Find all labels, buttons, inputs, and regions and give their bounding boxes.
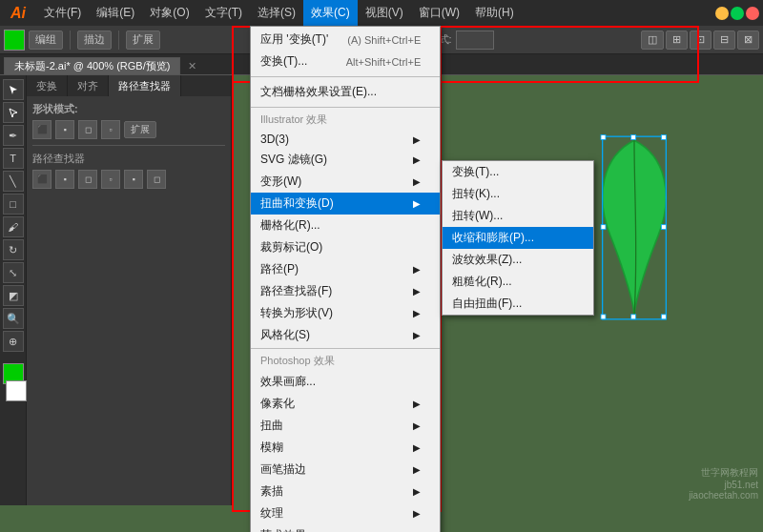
- svg-rect-2: [631, 135, 636, 140]
- submenu-twirl[interactable]: 扭转(K)...: [443, 183, 593, 205]
- style-input[interactable]: [456, 31, 494, 50]
- menu-crop-marks[interactable]: 裁剪标记(O): [251, 236, 440, 258]
- menu-artistic[interactable]: 艺术效果 ▶: [251, 524, 440, 532]
- stroke-button[interactable]: 描边: [77, 31, 112, 50]
- menu-divider-3: [251, 348, 440, 349]
- menu-rasterize[interactable]: 栅格化(R)...: [251, 215, 440, 236]
- menu-divider-1: [251, 76, 440, 77]
- type-tool[interactable]: T: [3, 148, 24, 169]
- color-box[interactable]: [4, 30, 25, 51]
- unite-btn[interactable]: ⬛: [32, 120, 52, 139]
- toolbar-separator-2: [118, 31, 119, 50]
- panel-divider: [32, 145, 225, 146]
- tab-close-icon[interactable]: ✕: [182, 58, 202, 74]
- pf-6[interactable]: ◻: [147, 170, 166, 189]
- toolbar-extra-5[interactable]: ⊠: [737, 31, 759, 50]
- stroke-color[interactable]: [6, 380, 27, 401]
- menu-warp[interactable]: 变形(W) ▶: [251, 171, 440, 193]
- menu-file[interactable]: 文件(F): [36, 0, 89, 26]
- direct-selection-tool[interactable]: [3, 102, 24, 123]
- eyedropper-tool[interactable]: 🔍: [3, 308, 24, 329]
- document-tab[interactable]: 未标题-2.ai* @ 400% (RGB/预览): [4, 57, 180, 74]
- submenu-roughen-r[interactable]: 粗糙化(R)...: [443, 271, 593, 293]
- menu-texture[interactable]: 纹理 ▶: [251, 502, 440, 524]
- submenu-pucker-bloat[interactable]: 收缩和膨胀(P)...: [443, 227, 593, 249]
- menu-help[interactable]: 帮助(H): [467, 0, 522, 26]
- submenu-roughen[interactable]: 波纹效果(Z)...: [443, 249, 593, 271]
- svg-rect-6: [601, 315, 606, 319]
- menu-path[interactable]: 路径(P) ▶: [251, 258, 440, 280]
- window-controls: [715, 7, 759, 20]
- menu-brush-stroke[interactable]: 画笔描边 ▶: [251, 459, 440, 481]
- svg-rect-1: [601, 135, 606, 140]
- menu-sketch[interactable]: 素描 ▶: [251, 481, 440, 502]
- submenu-free-distort[interactable]: 自由扭曲(F)...: [443, 293, 593, 315]
- menu-object[interactable]: 对象(O): [142, 0, 196, 26]
- menu-3d[interactable]: 3D(3) ▶: [251, 130, 440, 149]
- toolbar-extra-4[interactable]: ⊟: [713, 31, 735, 50]
- menu-view[interactable]: 视图(V): [358, 0, 411, 26]
- pf-4[interactable]: ▫: [101, 170, 120, 189]
- maximize-button[interactable]: [731, 7, 744, 20]
- svg-rect-5: [661, 225, 666, 230]
- group-button[interactable]: 编组: [29, 31, 63, 50]
- svg-rect-7: [631, 315, 636, 319]
- menu-text[interactable]: 文字(T): [197, 0, 250, 26]
- svg-rect-4: [601, 225, 606, 230]
- distort-submenu: 变换(T)... 扭转(K)... 扭转(W)... 收缩和膨胀(P)... 波…: [442, 160, 594, 316]
- panel-tab-transform[interactable]: 变换: [27, 75, 68, 96]
- pf-5[interactable]: ▪: [124, 170, 143, 189]
- menu-effect-gallery[interactable]: 效果画廊...: [251, 371, 440, 393]
- zoom-tool[interactable]: ⊕: [3, 331, 24, 352]
- intersect-btn[interactable]: ▪: [55, 120, 74, 139]
- brush-tool[interactable]: 🖌: [3, 216, 24, 237]
- pf-2[interactable]: ▪: [55, 170, 74, 189]
- menu-select[interactable]: 选择(S): [250, 0, 303, 26]
- menu-divider-2: [251, 107, 440, 108]
- rotate-tool[interactable]: ↻: [3, 239, 24, 260]
- pen-tool[interactable]: ✒: [3, 125, 24, 146]
- menu-stylize[interactable]: 风格化(S) ▶: [251, 324, 440, 346]
- svg-rect-8: [661, 315, 666, 319]
- menu-distort-transform[interactable]: 扭曲和变换(D) ▶: [251, 193, 440, 215]
- minus-btn[interactable]: ▫: [101, 120, 120, 139]
- close-button[interactable]: [746, 7, 759, 20]
- scale-tool[interactable]: ⤡: [3, 262, 24, 283]
- expand-button[interactable]: 扩展: [126, 31, 160, 50]
- line-tool[interactable]: ╲: [3, 171, 24, 192]
- menu-svg-filter[interactable]: SVG 滤镜(G) ▶: [251, 149, 440, 171]
- menu-edit[interactable]: 编辑(E): [89, 0, 142, 26]
- menu-pathfinder[interactable]: 路径查找器(F) ▶: [251, 280, 440, 302]
- menu-pixelate[interactable]: 像素化 ▶: [251, 393, 440, 415]
- expand-shape-btn[interactable]: 扩展: [124, 121, 156, 138]
- panel-tab-align[interactable]: 对齐: [68, 75, 109, 96]
- shape-modes-row: ⬛ ▪ ◻ ▫ 扩展: [32, 120, 225, 139]
- pf-1[interactable]: ⬛: [32, 170, 52, 189]
- gradient-tool[interactable]: ◩: [3, 285, 24, 306]
- toolbar-extra-2[interactable]: ⊞: [666, 31, 688, 50]
- toolbar-extra-1[interactable]: ◫: [641, 31, 664, 50]
- selection-tool[interactable]: [3, 79, 24, 100]
- menu-doc-raster-settings[interactable]: 文档栅格效果设置(E)...: [251, 81, 440, 103]
- toolbar-separator: [70, 31, 71, 50]
- submenu-twist[interactable]: 扭转(W)...: [443, 205, 593, 227]
- menu-convert-shape[interactable]: 转换为形状(V) ▶: [251, 302, 440, 324]
- menu-apply-transform[interactable]: 应用 '变换(T)' (A) Shift+Ctrl+E: [251, 29, 440, 51]
- menu-transform[interactable]: 变换(T)... Alt+Shift+Ctrl+E: [251, 51, 440, 72]
- pf-3[interactable]: ◻: [78, 170, 97, 189]
- toolbar-extra-3[interactable]: ⊡: [690, 31, 711, 50]
- menu-bar: 文件(F) 编辑(E) 对象(O) 文字(T) 选择(S) 效果(C) 视图(V…: [36, 0, 715, 26]
- menu-window[interactable]: 窗口(W): [411, 0, 467, 26]
- minimize-button[interactable]: [715, 7, 729, 20]
- menu-blur[interactable]: 模糊 ▶: [251, 437, 440, 459]
- menu-section-top: 应用 '变换(T)' (A) Shift+Ctrl+E 变换(T)... Alt…: [251, 27, 440, 74]
- menu-distort-ps[interactable]: 扭曲 ▶: [251, 415, 440, 437]
- menu-effect[interactable]: 效果(C): [303, 0, 358, 26]
- tools-panel: ✒ T ╲ □ 🖌 ↻ ⤡ ◩ 🔍 ⊕: [0, 75, 27, 505]
- panel-tab-pathfinder[interactable]: 路径查找器: [109, 75, 181, 96]
- submenu-transform[interactable]: 变换(T)...: [443, 161, 593, 183]
- panel-content: 形状模式: ⬛ ▪ ◻ ▫ 扩展 路径查找器 ⬛ ▪ ◻ ▫ ▪ ◻: [27, 96, 231, 198]
- title-bar: Ai 文件(F) 编辑(E) 对象(O) 文字(T) 选择(S) 效果(C) 视…: [0, 0, 763, 26]
- exclude-btn[interactable]: ◻: [78, 120, 97, 139]
- shape-tool[interactable]: □: [3, 194, 24, 215]
